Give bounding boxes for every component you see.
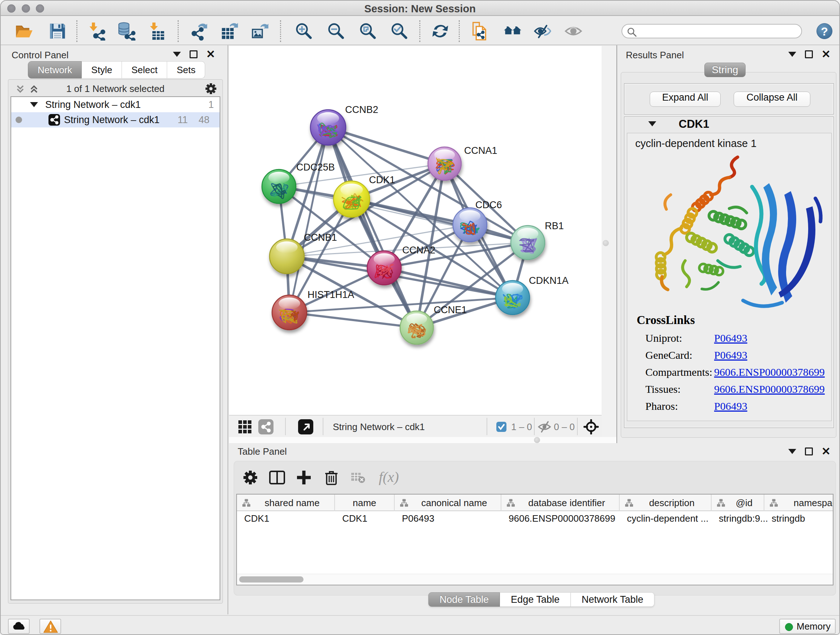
export-image-icon[interactable]: [250, 22, 269, 41]
crosslink-value[interactable]: 9606.ENSP00000378699: [714, 366, 825, 378]
tab-network[interactable]: Network: [28, 61, 82, 79]
network-edge-CCNA2-CDKN1A[interactable]: [384, 268, 513, 298]
collection-expander-icon[interactable]: [30, 102, 38, 107]
control-panel-float-icon[interactable]: [189, 50, 197, 58]
tab-edge-table[interactable]: Edge Table: [500, 592, 571, 607]
crosslink-value[interactable]: P06493: [714, 400, 747, 412]
network-node-CCNA1[interactable]: [428, 147, 461, 180]
search-input[interactable]: [638, 25, 797, 37]
table-row[interactable]: CDK1CDK1P064939606.ENSP00000378699cyclin…: [237, 512, 833, 526]
help-button[interactable]: ?: [816, 23, 832, 39]
table-settings-gear-icon[interactable]: [242, 469, 259, 486]
save-session-icon[interactable]: [48, 22, 67, 41]
table-panel-close-icon[interactable]: ✕: [821, 448, 831, 455]
network-node-CDKN1A[interactable]: [496, 280, 530, 315]
network-edge-CCNB2-CCNA1[interactable]: [328, 127, 445, 164]
network-node-CCNB2[interactable]: [310, 110, 346, 145]
column-header-canonical-name[interactable]: canonical name: [395, 494, 501, 511]
network-node-RB1[interactable]: [511, 226, 545, 260]
results-panel-close-icon[interactable]: ✕: [821, 50, 831, 58]
network-node-CDK1[interactable]: [333, 181, 370, 217]
tab-sets[interactable]: Sets: [167, 61, 205, 79]
results-panel-menu-icon[interactable]: [788, 52, 796, 57]
results-panel-float-icon[interactable]: [805, 50, 813, 58]
cell--id[interactable]: stringdb:9...: [719, 513, 769, 524]
network-node-CDC25B[interactable]: [262, 169, 296, 203]
table-panel-menu-icon[interactable]: [788, 449, 796, 454]
cell-name[interactable]: CDK1: [342, 513, 399, 524]
column-header--id[interactable]: @id: [712, 494, 764, 511]
warning-status-button[interactable]: [39, 619, 61, 634]
export-table-icon[interactable]: [220, 22, 239, 41]
table-horizontal-scrollbar[interactable]: [237, 574, 833, 585]
network-options-gear-icon[interactable]: [204, 82, 218, 95]
center-view-icon[interactable]: [584, 419, 599, 434]
column-header-namespace[interactable]: namespace: [764, 494, 834, 511]
protein-header[interactable]: CDK1: [624, 117, 834, 131]
vertical-splitter[interactable]: [602, 46, 616, 437]
collapse-all-button[interactable]: Collapse All: [734, 92, 810, 107]
network-node-CCNB1[interactable]: [270, 239, 304, 274]
share-view-icon[interactable]: [258, 419, 274, 435]
network-row[interactable]: String Network – cdk1 11 48: [11, 112, 219, 127]
zoom-in-icon[interactable]: [294, 22, 313, 41]
tab-style[interactable]: Style: [82, 61, 122, 79]
column-header-database-identifier[interactable]: database identifier: [501, 494, 620, 511]
node-label-CCNB1: CCNB1: [304, 232, 337, 243]
show-all-icon[interactable]: [564, 22, 583, 41]
crosslink-value[interactable]: P06493: [714, 332, 747, 344]
network-view-canvas[interactable]: CCNB2CCNA1CDC25BCDK1CDC6RB1CCNB1CCNA2CDK…: [229, 46, 602, 415]
cell-canonical-name[interactable]: P06493: [402, 513, 506, 524]
network-node-CCNE1[interactable]: [400, 311, 433, 344]
show-columns-icon[interactable]: [269, 469, 286, 486]
export-network-icon[interactable]: [190, 22, 209, 41]
cell-description[interactable]: cyclin-dependent ...: [627, 513, 716, 524]
crosslink-value[interactable]: P06493: [714, 349, 747, 361]
cloud-status-button[interactable]: [8, 619, 30, 634]
scrollbar-thumb[interactable]: [239, 576, 303, 583]
hide-selected-icon[interactable]: [533, 22, 552, 41]
import-table-file-icon[interactable]: [147, 22, 166, 41]
open-session-icon[interactable]: [15, 22, 34, 41]
network-edge-CCNE1-HIST1H1A[interactable]: [289, 312, 417, 328]
network-collection-row[interactable]: String Network – cdk1 1: [11, 97, 219, 112]
network-node-CDC6[interactable]: [453, 208, 487, 242]
network-graph[interactable]: CCNB2CCNA1CDC25BCDK1CDC6RB1CCNB1CCNA2CDK…: [229, 46, 602, 415]
control-panel-close-icon[interactable]: ✕: [206, 50, 215, 58]
crosslink-value[interactable]: 9606.ENSP00000378699: [714, 383, 825, 395]
column-header-description[interactable]: description: [620, 494, 712, 511]
cell-database-identifier[interactable]: 9606.ENSP00000378699: [508, 513, 624, 524]
delete-column-icon[interactable]: [323, 469, 340, 486]
import-network-database-icon[interactable]: [117, 22, 136, 41]
zoom-fit-icon[interactable]: [358, 22, 377, 41]
tab-node-table[interactable]: Node Table: [428, 592, 500, 607]
cell-namespace[interactable]: stringdb: [772, 513, 834, 524]
table-panel-float-icon[interactable]: [805, 448, 813, 455]
apply-layout-icon[interactable]: [431, 22, 450, 41]
collection-count: 1: [208, 99, 214, 111]
zoom-out-icon[interactable]: [326, 22, 345, 41]
zoom-selected-icon[interactable]: [390, 22, 409, 41]
protein-collapse-icon[interactable]: [648, 121, 656, 126]
open-in-window-icon[interactable]: [298, 419, 314, 435]
column-header-name[interactable]: name: [335, 494, 395, 511]
first-neighbors-icon[interactable]: [503, 22, 522, 41]
network-node-HIST1H1A[interactable]: [272, 295, 307, 330]
splitter-grip[interactable]: [534, 437, 540, 443]
birdseye-view-icon[interactable]: [238, 420, 252, 434]
control-panel-menu-icon[interactable]: [173, 52, 181, 57]
column-header-shared-name[interactable]: shared name: [237, 494, 335, 511]
add-column-icon[interactable]: [295, 469, 312, 486]
network-node-CCNA2[interactable]: [367, 251, 401, 285]
copy-style-icon[interactable]: [470, 22, 489, 41]
expand-all-button[interactable]: Expand All: [650, 92, 721, 107]
selected-nodes-checkbox-icon[interactable]: [496, 421, 507, 432]
tab-network-table[interactable]: Network Table: [571, 592, 655, 607]
tab-string[interactable]: String: [704, 63, 745, 77]
splitter-grip[interactable]: [603, 240, 609, 246]
function-builder-icon: f(x): [379, 469, 399, 486]
import-network-file-icon[interactable]: [87, 22, 106, 41]
memory-button[interactable]: Memory: [779, 619, 836, 634]
tab-select[interactable]: Select: [122, 61, 167, 79]
cell-shared-name[interactable]: CDK1: [244, 513, 339, 524]
